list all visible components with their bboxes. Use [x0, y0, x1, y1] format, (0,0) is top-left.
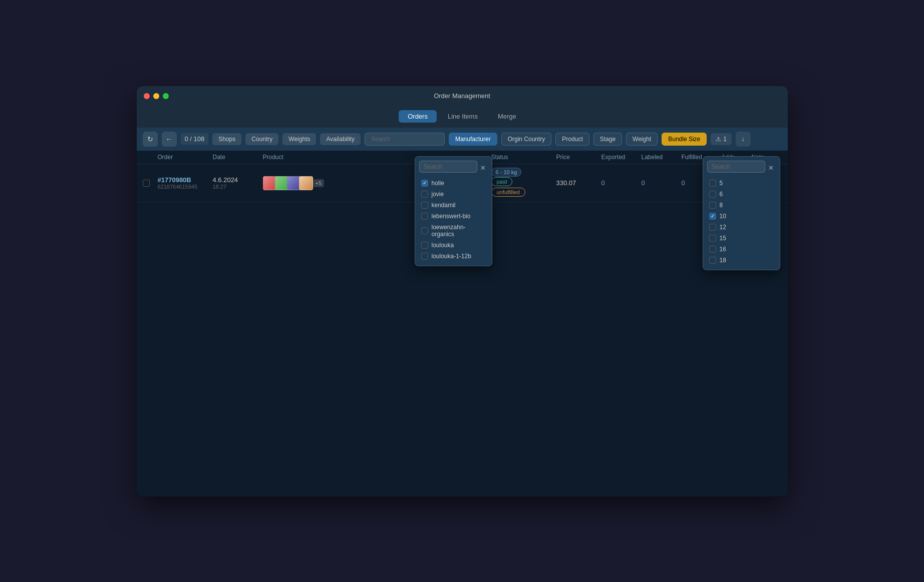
filter-product[interactable]: Product [555, 133, 589, 146]
bundle-size-dropdown: ✕ 5 6 8 10 12 15 16 [703, 156, 780, 270]
col-order: Order [158, 154, 213, 161]
minimize-button[interactable] [153, 93, 159, 99]
bundle-item-18[interactable]: 18 [707, 255, 776, 266]
bundle-item-12[interactable]: 12 [707, 222, 776, 233]
download-button[interactable]: ↓ [736, 132, 751, 147]
filter-manufacturer[interactable]: Manufacturer [449, 133, 497, 146]
toolbar: ↻ ← 0 / 108 Shops Country Weights Availa… [137, 128, 788, 151]
tab-merge[interactable]: Merge [489, 110, 525, 123]
filter-weight[interactable]: Weight [626, 133, 658, 146]
manufacturer-checkbox-loulouka[interactable] [421, 242, 428, 249]
manufacturer-label-loulouka-1-12b: loulouka-1-12b [432, 253, 471, 260]
product-extra-count: +5 [313, 179, 325, 187]
manufacturer-item-lebenswert-bio[interactable]: lebenswert-bio [419, 211, 488, 222]
manufacturer-checkbox-holle[interactable] [421, 180, 428, 187]
manufacturer-label-jovie: jovie [432, 191, 444, 198]
app-window: Order Management Orders Line Items Merge… [137, 86, 788, 496]
tab-line-items[interactable]: Line Items [439, 110, 487, 123]
manufacturer-checkbox-jovie[interactable] [421, 191, 428, 198]
bundle-label-5: 5 [720, 180, 723, 187]
manufacturer-checkbox-lebenswert-bio[interactable] [421, 213, 428, 220]
bundle-search-row: ✕ [707, 161, 776, 176]
col-date: Date [213, 154, 263, 161]
manufacturer-label-holle: holle [432, 180, 444, 187]
close-button[interactable] [144, 93, 150, 99]
manufacturer-item-loulouka-1-12b[interactable]: loulouka-1-12b [419, 251, 488, 262]
bundle-checkbox-10[interactable] [709, 213, 716, 220]
alert-icon: ⚠ [716, 136, 721, 143]
bundle-checkbox-16[interactable] [709, 246, 716, 253]
row-checkbox[interactable] [143, 180, 150, 187]
back-button[interactable]: ← [162, 132, 177, 147]
refresh-button[interactable]: ↻ [143, 132, 158, 147]
manufacturer-checkbox-loewenzahn[interactable] [421, 227, 428, 234]
maximize-button[interactable] [163, 93, 169, 99]
order-time: 18:27 [213, 184, 263, 190]
refresh-icon: ↻ [147, 135, 153, 143]
manufacturer-item-kendamil[interactable]: kendamil [419, 200, 488, 211]
manufacturer-item-loewenzahn[interactable]: loewenzahn-organics [419, 222, 488, 240]
filter-stage[interactable]: Stage [593, 133, 622, 146]
manufacturer-label-loewenzahn: loewenzahn-organics [432, 224, 486, 238]
filter-origin-country[interactable]: Orgin Country [501, 133, 552, 146]
order-labeled: 0 [642, 179, 682, 187]
order-date: 4.6.2024 [213, 176, 263, 184]
order-id-cell: #1770980B 6218764615945 [158, 176, 213, 190]
nav-tabs: Orders Line Items Merge [137, 106, 788, 128]
alert-button[interactable]: ⚠ 1 [711, 133, 732, 145]
alert-count: 1 [723, 136, 727, 143]
col-labeled: Labeled [642, 154, 682, 161]
manufacturer-item-loulouka[interactable]: loulouka [419, 240, 488, 251]
dropdown-search-row: ✕ [419, 161, 488, 176]
status-unfulfilled: unfulfilled [491, 188, 525, 197]
bundle-item-16[interactable]: 16 [707, 244, 776, 255]
weight-badge: 6 - 10 kg [491, 168, 522, 177]
bundle-item-8[interactable]: 8 [707, 200, 776, 211]
col-price: Price [556, 154, 601, 161]
tab-orders[interactable]: Orders [399, 110, 437, 123]
bundle-item-5[interactable]: 5 [707, 178, 776, 189]
traffic-lights [144, 93, 169, 99]
bundle-item-15[interactable]: 15 [707, 233, 776, 244]
bundle-label-18: 18 [720, 257, 726, 264]
bundle-item-6[interactable]: 6 [707, 189, 776, 200]
bundle-checkbox-5[interactable] [709, 180, 716, 187]
order-id: #1770980B [158, 176, 213, 184]
bundle-label-6: 6 [720, 191, 723, 198]
bundle-checkbox-15[interactable] [709, 235, 716, 242]
manufacturer-checkbox-kendamil[interactable] [421, 202, 428, 209]
filter-shops[interactable]: Shops [212, 133, 241, 145]
manufacturer-label-lebenswert-bio: lebenswert-bio [432, 213, 471, 220]
filter-country[interactable]: Country [245, 133, 278, 145]
bundle-checkbox-18[interactable] [709, 257, 716, 264]
filter-availability[interactable]: Availability [320, 133, 360, 145]
window-title: Order Management [434, 92, 490, 100]
manufacturer-item-jovie[interactable]: jovie [419, 189, 488, 200]
bundle-label-16: 16 [720, 246, 726, 253]
order-status-cell: 6 - 10 kg paid unfulfilled [491, 168, 556, 198]
filter-bundle-size[interactable]: Bundle Size [662, 133, 707, 146]
order-price: 330.07 [556, 179, 601, 187]
bundle-checkbox-12[interactable] [709, 224, 716, 231]
bundle-label-15: 15 [720, 235, 726, 242]
bundle-search-input[interactable] [707, 161, 765, 173]
search-input[interactable] [365, 133, 445, 146]
bundle-clear-button[interactable]: ✕ [766, 163, 776, 173]
product-img-4 [299, 176, 313, 190]
bundle-item-10[interactable]: 10 [707, 211, 776, 222]
bundle-label-8: 8 [720, 202, 723, 209]
status-paid: paid [491, 177, 513, 186]
col-checkbox [143, 154, 158, 161]
bundle-checkbox-8[interactable] [709, 202, 716, 209]
download-icon: ↓ [742, 135, 745, 143]
manufacturer-clear-button[interactable]: ✕ [478, 163, 488, 173]
titlebar: Order Management [137, 86, 788, 106]
order-barcode: 6218764615945 [158, 184, 213, 190]
back-icon: ← [166, 135, 173, 143]
manufacturer-item-holle[interactable]: holle [419, 178, 488, 189]
manufacturer-checkbox-loulouka-1-12b[interactable] [421, 253, 428, 260]
manufacturer-search-input[interactable] [419, 161, 477, 173]
bundle-checkbox-6[interactable] [709, 191, 716, 198]
order-count: 0 / 108 [181, 133, 209, 145]
filter-weights[interactable]: Weights [282, 133, 316, 145]
